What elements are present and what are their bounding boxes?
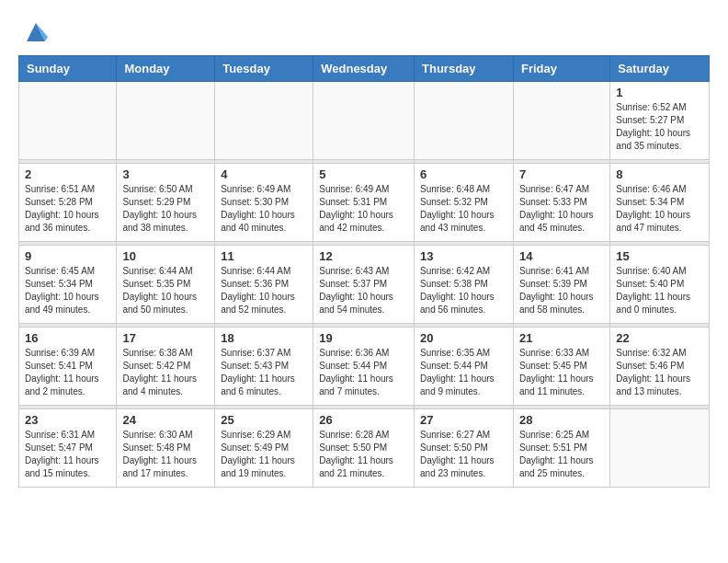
- day-number: 28: [519, 413, 604, 427]
- calendar-table: SundayMondayTuesdayWednesdayThursdayFrid…: [18, 55, 710, 488]
- day-number: 7: [519, 167, 604, 181]
- day-number: 20: [420, 331, 507, 345]
- weekday-header-row: SundayMondayTuesdayWednesdayThursdayFrid…: [19, 56, 710, 82]
- calendar-cell: [117, 82, 215, 160]
- calendar-cell: 17Sunrise: 6:38 AMSunset: 5:42 PMDayligh…: [117, 327, 215, 406]
- day-number: 15: [616, 249, 703, 263]
- calendar-cell: 18Sunrise: 6:37 AMSunset: 5:43 PMDayligh…: [215, 327, 313, 406]
- day-number: 26: [319, 413, 408, 427]
- day-info: Sunrise: 6:33 AMSunset: 5:45 PMDaylight:…: [519, 347, 604, 398]
- day-info: Sunrise: 6:39 AMSunset: 5:41 PMDaylight:…: [25, 347, 110, 398]
- day-number: 27: [420, 413, 507, 427]
- day-number: 21: [519, 331, 604, 345]
- calendar-week-2: 2Sunrise: 6:51 AMSunset: 5:28 PMDaylight…: [19, 164, 710, 242]
- calendar-cell: 3Sunrise: 6:50 AMSunset: 5:29 PMDaylight…: [117, 164, 215, 242]
- calendar-week-5: 23Sunrise: 6:31 AMSunset: 5:47 PMDayligh…: [19, 409, 710, 488]
- day-number: 5: [319, 167, 408, 181]
- day-info: Sunrise: 6:41 AMSunset: 5:39 PMDaylight:…: [519, 265, 604, 316]
- day-number: 6: [420, 167, 507, 181]
- day-info: Sunrise: 6:25 AMSunset: 5:51 PMDaylight:…: [519, 429, 604, 480]
- day-info: Sunrise: 6:42 AMSunset: 5:38 PMDaylight:…: [420, 265, 507, 316]
- day-number: 9: [25, 249, 110, 263]
- day-info: Sunrise: 6:46 AMSunset: 5:34 PMDaylight:…: [616, 183, 703, 235]
- weekday-header-monday: Monday: [117, 56, 215, 82]
- day-info: Sunrise: 6:51 AMSunset: 5:28 PMDaylight:…: [25, 183, 110, 235]
- calendar-cell: 1Sunrise: 6:52 AMSunset: 5:27 PMDaylight…: [610, 82, 710, 160]
- day-number: 4: [221, 167, 307, 181]
- calendar-cell: 25Sunrise: 6:29 AMSunset: 5:49 PMDayligh…: [215, 409, 313, 488]
- calendar-cell: [513, 82, 609, 160]
- day-info: Sunrise: 6:52 AMSunset: 5:27 PMDaylight:…: [616, 101, 703, 153]
- day-number: 8: [616, 167, 703, 181]
- day-info: Sunrise: 6:43 AMSunset: 5:37 PMDaylight:…: [319, 265, 408, 316]
- calendar-cell: 7Sunrise: 6:47 AMSunset: 5:33 PMDaylight…: [513, 164, 609, 242]
- day-info: Sunrise: 6:40 AMSunset: 5:40 PMDaylight:…: [616, 265, 703, 316]
- weekday-header-friday: Friday: [513, 56, 609, 82]
- calendar-cell: [19, 82, 117, 160]
- calendar-cell: 21Sunrise: 6:33 AMSunset: 5:45 PMDayligh…: [513, 327, 609, 406]
- calendar-cell: 12Sunrise: 6:43 AMSunset: 5:37 PMDayligh…: [313, 246, 415, 324]
- calendar-cell: 15Sunrise: 6:40 AMSunset: 5:40 PMDayligh…: [610, 246, 710, 324]
- day-info: Sunrise: 6:37 AMSunset: 5:43 PMDaylight:…: [221, 347, 307, 398]
- day-number: 3: [122, 167, 209, 181]
- calendar-cell: 11Sunrise: 6:44 AMSunset: 5:36 PMDayligh…: [215, 246, 313, 324]
- day-number: 16: [25, 331, 110, 345]
- calendar-cell: [415, 82, 514, 160]
- day-info: Sunrise: 6:31 AMSunset: 5:47 PMDaylight:…: [25, 429, 110, 480]
- day-number: 23: [25, 413, 110, 427]
- day-number: 17: [122, 331, 209, 345]
- calendar-cell: 9Sunrise: 6:45 AMSunset: 5:34 PMDaylight…: [19, 246, 117, 324]
- calendar-cell: 16Sunrise: 6:39 AMSunset: 5:41 PMDayligh…: [19, 327, 117, 406]
- calendar-cell: 23Sunrise: 6:31 AMSunset: 5:47 PMDayligh…: [19, 409, 117, 488]
- calendar-cell: 22Sunrise: 6:32 AMSunset: 5:46 PMDayligh…: [610, 327, 710, 406]
- calendar-cell: 28Sunrise: 6:25 AMSunset: 5:51 PMDayligh…: [513, 409, 609, 488]
- day-info: Sunrise: 6:45 AMSunset: 5:34 PMDaylight:…: [25, 265, 110, 316]
- calendar-cell: [610, 409, 710, 488]
- day-info: Sunrise: 6:49 AMSunset: 5:31 PMDaylight:…: [319, 183, 408, 235]
- calendar-cell: 27Sunrise: 6:27 AMSunset: 5:50 PMDayligh…: [415, 409, 514, 488]
- day-number: 1: [616, 86, 703, 99]
- day-info: Sunrise: 6:50 AMSunset: 5:29 PMDaylight:…: [122, 183, 209, 235]
- calendar-cell: [215, 82, 313, 160]
- weekday-header-saturday: Saturday: [610, 56, 710, 82]
- day-number: 14: [519, 249, 604, 263]
- calendar-cell: 6Sunrise: 6:48 AMSunset: 5:32 PMDaylight…: [415, 164, 514, 242]
- day-number: 24: [122, 413, 209, 427]
- calendar-cell: 8Sunrise: 6:46 AMSunset: 5:34 PMDaylight…: [610, 164, 710, 242]
- weekday-header-tuesday: Tuesday: [215, 56, 313, 82]
- weekday-header-thursday: Thursday: [415, 56, 514, 82]
- calendar-cell: 10Sunrise: 6:44 AMSunset: 5:35 PMDayligh…: [117, 246, 215, 324]
- day-number: 2: [25, 167, 110, 181]
- calendar-cell: [313, 82, 415, 160]
- calendar-cell: 24Sunrise: 6:30 AMSunset: 5:48 PMDayligh…: [117, 409, 215, 488]
- day-info: Sunrise: 6:44 AMSunset: 5:36 PMDaylight:…: [221, 265, 307, 316]
- day-info: Sunrise: 6:47 AMSunset: 5:33 PMDaylight:…: [519, 183, 604, 235]
- day-number: 18: [221, 331, 307, 345]
- calendar-week-4: 16Sunrise: 6:39 AMSunset: 5:41 PMDayligh…: [19, 327, 710, 406]
- day-info: Sunrise: 6:35 AMSunset: 5:44 PMDaylight:…: [420, 347, 507, 398]
- weekday-header-wednesday: Wednesday: [313, 56, 415, 82]
- weekday-header-sunday: Sunday: [19, 56, 117, 82]
- logo-icon: [22, 18, 50, 46]
- day-number: 11: [221, 249, 307, 263]
- day-number: 19: [319, 331, 408, 345]
- calendar-week-3: 9Sunrise: 6:45 AMSunset: 5:34 PMDaylight…: [19, 246, 710, 324]
- calendar-cell: 14Sunrise: 6:41 AMSunset: 5:39 PMDayligh…: [513, 246, 609, 324]
- calendar-cell: 13Sunrise: 6:42 AMSunset: 5:38 PMDayligh…: [415, 246, 514, 324]
- calendar-cell: 19Sunrise: 6:36 AMSunset: 5:44 PMDayligh…: [313, 327, 415, 406]
- calendar-cell: 5Sunrise: 6:49 AMSunset: 5:31 PMDaylight…: [313, 164, 415, 242]
- day-info: Sunrise: 6:29 AMSunset: 5:49 PMDaylight:…: [221, 429, 307, 480]
- day-info: Sunrise: 6:32 AMSunset: 5:46 PMDaylight:…: [616, 347, 703, 398]
- day-info: Sunrise: 6:27 AMSunset: 5:50 PMDaylight:…: [420, 429, 507, 480]
- logo: [18, 18, 50, 46]
- day-number: 13: [420, 249, 507, 263]
- day-info: Sunrise: 6:36 AMSunset: 5:44 PMDaylight:…: [319, 347, 408, 398]
- calendar-week-1: 1Sunrise: 6:52 AMSunset: 5:27 PMDaylight…: [19, 82, 710, 160]
- calendar-cell: 20Sunrise: 6:35 AMSunset: 5:44 PMDayligh…: [415, 327, 514, 406]
- day-number: 22: [616, 331, 703, 345]
- day-info: Sunrise: 6:28 AMSunset: 5:50 PMDaylight:…: [319, 429, 408, 480]
- day-info: Sunrise: 6:44 AMSunset: 5:35 PMDaylight:…: [122, 265, 209, 316]
- calendar-cell: 4Sunrise: 6:49 AMSunset: 5:30 PMDaylight…: [215, 164, 313, 242]
- day-info: Sunrise: 6:49 AMSunset: 5:30 PMDaylight:…: [221, 183, 307, 235]
- day-number: 12: [319, 249, 408, 263]
